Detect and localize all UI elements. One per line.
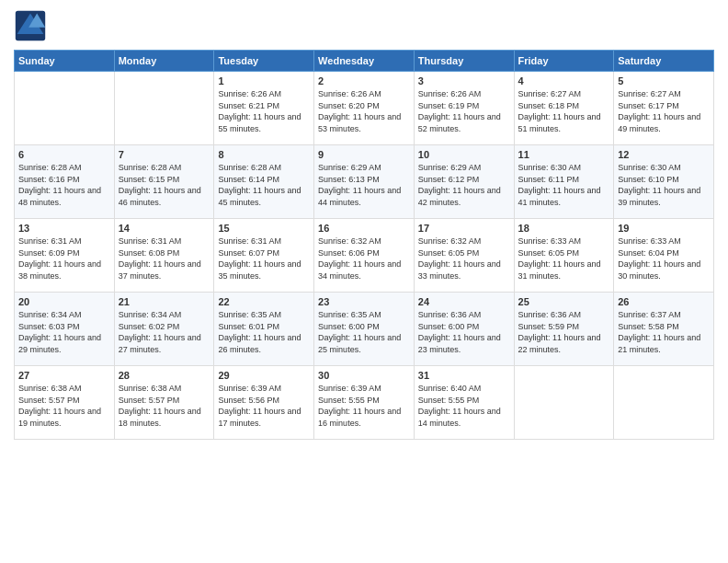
day-info: Sunrise: 6:29 AMSunset: 6:12 PMDaylight:…: [418, 162, 510, 208]
day-cell: 23Sunrise: 6:35 AMSunset: 6:00 PMDayligh…: [314, 293, 415, 366]
day-cell: 3Sunrise: 6:26 AMSunset: 6:19 PMDaylight…: [414, 72, 514, 145]
week-row-5: 27Sunrise: 6:38 AMSunset: 5:57 PMDayligh…: [15, 366, 714, 440]
day-number: 3: [418, 75, 510, 86]
day-cell: 11Sunrise: 6:30 AMSunset: 6:11 PMDayligh…: [514, 145, 614, 219]
day-info: Sunrise: 6:33 AMSunset: 6:04 PMDaylight:…: [618, 236, 710, 282]
header: [14, 9, 714, 42]
day-number: 13: [18, 223, 110, 234]
day-number: 29: [218, 370, 310, 381]
day-header-sunday: Sunday: [15, 51, 115, 72]
day-cell: [514, 366, 614, 440]
day-number: 4: [518, 75, 610, 86]
day-header-wednesday: Wednesday: [314, 51, 415, 72]
day-number: 2: [318, 75, 410, 86]
day-info: Sunrise: 6:36 AMSunset: 6:00 PMDaylight:…: [418, 309, 510, 355]
day-cell: 16Sunrise: 6:32 AMSunset: 6:06 PMDayligh…: [314, 219, 415, 293]
day-header-saturday: Saturday: [614, 51, 714, 72]
day-number: 19: [618, 223, 710, 234]
day-info: Sunrise: 6:32 AMSunset: 6:05 PMDaylight:…: [418, 236, 510, 282]
day-number: 12: [618, 149, 710, 160]
day-info: Sunrise: 6:35 AMSunset: 6:01 PMDaylight:…: [218, 309, 310, 355]
day-number: 9: [318, 149, 410, 160]
day-cell: 9Sunrise: 6:29 AMSunset: 6:13 PMDaylight…: [314, 145, 415, 219]
day-cell: 28Sunrise: 6:38 AMSunset: 5:57 PMDayligh…: [114, 366, 214, 440]
day-number: 22: [218, 296, 310, 307]
day-header-monday: Monday: [114, 51, 214, 72]
day-number: 21: [119, 296, 210, 307]
day-cell: 21Sunrise: 6:34 AMSunset: 6:02 PMDayligh…: [114, 293, 214, 366]
day-info: Sunrise: 6:39 AMSunset: 5:55 PMDaylight:…: [318, 383, 410, 429]
day-number: 17: [418, 223, 510, 234]
day-info: Sunrise: 6:38 AMSunset: 5:57 PMDaylight:…: [119, 383, 210, 429]
day-cell: [15, 72, 115, 145]
day-number: 28: [119, 370, 210, 381]
day-header-friday: Friday: [514, 51, 614, 72]
day-info: Sunrise: 6:32 AMSunset: 6:06 PMDaylight:…: [318, 236, 410, 282]
day-info: Sunrise: 6:35 AMSunset: 6:00 PMDaylight:…: [318, 309, 410, 355]
day-number: 5: [618, 75, 710, 86]
day-cell: 29Sunrise: 6:39 AMSunset: 5:56 PMDayligh…: [214, 366, 314, 440]
day-number: 7: [119, 149, 210, 160]
day-info: Sunrise: 6:27 AMSunset: 6:18 PMDaylight:…: [518, 88, 610, 134]
day-cell: 31Sunrise: 6:40 AMSunset: 5:55 PMDayligh…: [414, 366, 514, 440]
week-row-3: 13Sunrise: 6:31 AMSunset: 6:09 PMDayligh…: [15, 219, 714, 293]
day-cell: 4Sunrise: 6:27 AMSunset: 6:18 PMDaylight…: [514, 72, 614, 145]
day-cell: 26Sunrise: 6:37 AMSunset: 5:58 PMDayligh…: [614, 293, 714, 366]
day-cell: 19Sunrise: 6:33 AMSunset: 6:04 PMDayligh…: [614, 219, 714, 293]
day-info: Sunrise: 6:37 AMSunset: 5:58 PMDaylight:…: [618, 309, 710, 355]
day-info: Sunrise: 6:27 AMSunset: 6:17 PMDaylight:…: [618, 88, 710, 134]
day-cell: 10Sunrise: 6:29 AMSunset: 6:12 PMDayligh…: [414, 145, 514, 219]
day-cell: 2Sunrise: 6:26 AMSunset: 6:20 PMDaylight…: [314, 72, 415, 145]
day-info: Sunrise: 6:30 AMSunset: 6:10 PMDaylight:…: [618, 162, 710, 208]
day-cell: 13Sunrise: 6:31 AMSunset: 6:09 PMDayligh…: [15, 219, 115, 293]
day-number: 23: [318, 296, 410, 307]
day-info: Sunrise: 6:28 AMSunset: 6:15 PMDaylight:…: [119, 162, 210, 208]
day-info: Sunrise: 6:40 AMSunset: 5:55 PMDaylight:…: [418, 383, 510, 429]
day-cell: 18Sunrise: 6:33 AMSunset: 6:05 PMDayligh…: [514, 219, 614, 293]
day-info: Sunrise: 6:31 AMSunset: 6:09 PMDaylight:…: [18, 236, 110, 282]
day-cell: [114, 72, 214, 145]
day-info: Sunrise: 6:33 AMSunset: 6:05 PMDaylight:…: [518, 236, 610, 282]
day-info: Sunrise: 6:31 AMSunset: 6:07 PMDaylight:…: [218, 236, 310, 282]
day-number: 14: [119, 223, 210, 234]
day-cell: 27Sunrise: 6:38 AMSunset: 5:57 PMDayligh…: [15, 366, 115, 440]
day-info: Sunrise: 6:28 AMSunset: 6:16 PMDaylight:…: [18, 162, 110, 208]
day-number: 15: [218, 223, 310, 234]
logo: [14, 9, 51, 42]
day-info: Sunrise: 6:39 AMSunset: 5:56 PMDaylight:…: [218, 383, 310, 429]
day-number: 16: [318, 223, 410, 234]
day-cell: [614, 366, 714, 440]
day-header-thursday: Thursday: [414, 51, 514, 72]
day-number: 25: [518, 296, 610, 307]
day-number: 10: [418, 149, 510, 160]
day-cell: 30Sunrise: 6:39 AMSunset: 5:55 PMDayligh…: [314, 366, 415, 440]
day-info: Sunrise: 6:31 AMSunset: 6:08 PMDaylight:…: [119, 236, 210, 282]
day-info: Sunrise: 6:38 AMSunset: 5:57 PMDaylight:…: [18, 383, 110, 429]
day-info: Sunrise: 6:26 AMSunset: 6:20 PMDaylight:…: [318, 88, 410, 134]
day-info: Sunrise: 6:28 AMSunset: 6:14 PMDaylight:…: [218, 162, 310, 208]
day-cell: 20Sunrise: 6:34 AMSunset: 6:03 PMDayligh…: [15, 293, 115, 366]
day-number: 26: [618, 296, 710, 307]
day-info: Sunrise: 6:26 AMSunset: 6:21 PMDaylight:…: [218, 88, 310, 134]
header-row: SundayMondayTuesdayWednesdayThursdayFrid…: [15, 51, 714, 72]
week-row-2: 6Sunrise: 6:28 AMSunset: 6:16 PMDaylight…: [15, 145, 714, 219]
day-info: Sunrise: 6:29 AMSunset: 6:13 PMDaylight:…: [318, 162, 410, 208]
day-cell: 7Sunrise: 6:28 AMSunset: 6:15 PMDaylight…: [114, 145, 214, 219]
day-info: Sunrise: 6:34 AMSunset: 6:03 PMDaylight:…: [18, 309, 110, 355]
day-header-tuesday: Tuesday: [214, 51, 314, 72]
day-number: 18: [518, 223, 610, 234]
day-cell: 12Sunrise: 6:30 AMSunset: 6:10 PMDayligh…: [614, 145, 714, 219]
day-number: 11: [518, 149, 610, 160]
day-number: 24: [418, 296, 510, 307]
day-number: 30: [318, 370, 410, 381]
logo-icon: [14, 9, 47, 42]
day-info: Sunrise: 6:26 AMSunset: 6:19 PMDaylight:…: [418, 88, 510, 134]
day-number: 20: [18, 296, 110, 307]
day-cell: 14Sunrise: 6:31 AMSunset: 6:08 PMDayligh…: [114, 219, 214, 293]
day-number: 27: [18, 370, 110, 381]
day-info: Sunrise: 6:36 AMSunset: 5:59 PMDaylight:…: [518, 309, 610, 355]
week-row-4: 20Sunrise: 6:34 AMSunset: 6:03 PMDayligh…: [15, 293, 714, 366]
day-cell: 24Sunrise: 6:36 AMSunset: 6:00 PMDayligh…: [414, 293, 514, 366]
day-number: 31: [418, 370, 510, 381]
day-cell: 5Sunrise: 6:27 AMSunset: 6:17 PMDaylight…: [614, 72, 714, 145]
